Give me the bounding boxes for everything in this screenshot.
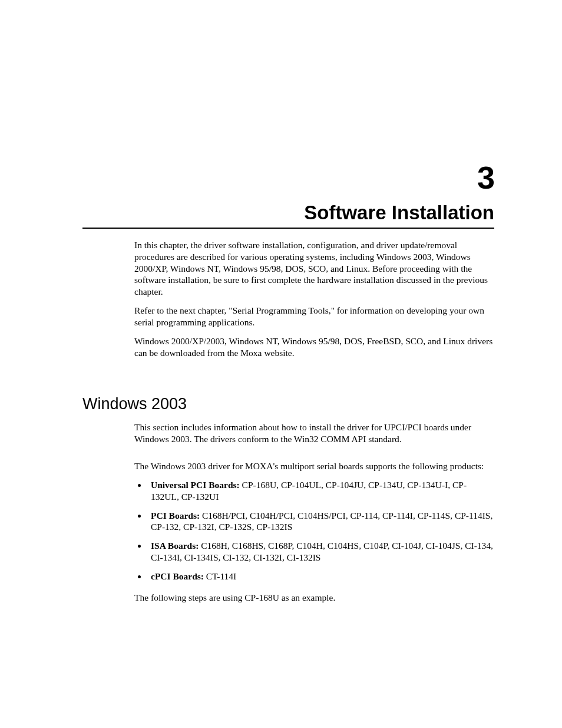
section-heading-windows-2003: Windows 2003 — [82, 395, 494, 413]
list-item-text: C168H/PCI, C104H/PCI, C104HS/PCI, CP-114… — [151, 510, 492, 532]
list-item-label: PCI Boards: — [151, 510, 200, 521]
list-item: Universal PCI Boards: CP-168U, CP-104UL,… — [147, 479, 494, 503]
intro-paragraph-1: In this chapter, the driver software ins… — [134, 239, 494, 298]
section-paragraph-1: This section includes information about … — [134, 421, 494, 445]
list-item: ISA Boards: C168H, C168HS, C168P, C104H,… — [147, 540, 494, 564]
list-item-label: cPCI Boards: — [151, 571, 204, 581]
intro-paragraph-2: Refer to the next chapter, "Serial Progr… — [134, 305, 494, 328]
section-body: This section includes information about … — [134, 421, 494, 603]
section-paragraph-2: The Windows 2003 driver for MOXA's multi… — [134, 460, 494, 472]
intro-paragraph-3: Windows 2000/XP/2003, Windows NT, Window… — [134, 335, 494, 359]
intro-block: In this chapter, the driver software ins… — [134, 239, 494, 358]
list-item-text: CT-114I — [204, 571, 236, 581]
list-item: cPCI Boards: CT-114I — [147, 571, 494, 582]
list-item: PCI Boards: C168H/PCI, C104H/PCI, C104HS… — [147, 510, 494, 533]
document-page: 3 Software Installation In this chapter,… — [0, 0, 562, 646]
product-list: Universal PCI Boards: CP-168U, CP-104UL,… — [134, 479, 494, 582]
title-underline — [82, 228, 494, 229]
list-item-label: ISA Boards: — [151, 541, 199, 551]
chapter-title: Software Installation — [82, 202, 494, 224]
list-item-text: C168H, C168HS, C168P, C104H, C104HS, C10… — [151, 541, 493, 562]
chapter-number: 3 — [82, 159, 494, 196]
list-item-label: Universal PCI Boards: — [151, 480, 240, 490]
section-paragraph-3: The following steps are using CP-168U as… — [134, 592, 494, 604]
